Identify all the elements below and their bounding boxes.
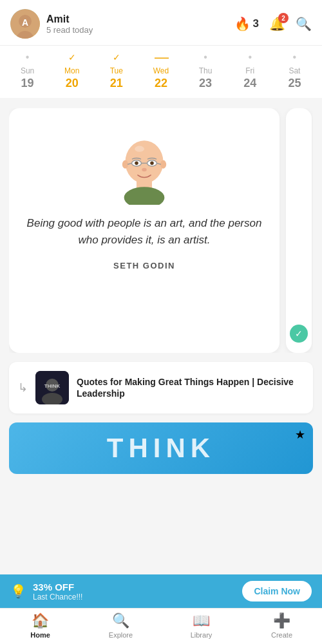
day-col-sun: •: [8, 51, 47, 64]
explore-icon: 🔍: [112, 612, 129, 629]
day-name-fri: Fri: [245, 66, 254, 75]
think-banner-text: THINK: [107, 433, 215, 464]
quote-author: SETH GODIN: [113, 261, 175, 270]
day-num-wed: 22: [155, 77, 167, 90]
streak-badge: 🔥 3: [234, 16, 259, 32]
svg-point-9: [160, 160, 166, 169]
related-book-title: Quotes for Making Great Things Happen | …: [77, 377, 294, 399]
header-actions: 🔥 3 🔔 2 🔍: [234, 16, 312, 32]
day-num-fri: 24: [243, 77, 256, 90]
day-wed[interactable]: Wed 22: [142, 66, 180, 90]
day-num-thu: 23: [199, 77, 212, 90]
user-info-section: A Amit 5 read today: [10, 9, 93, 39]
marker-thu: •: [204, 51, 207, 64]
svg-point-12: [135, 162, 138, 166]
think-star-icon: ★: [295, 428, 305, 442]
nav-library[interactable]: 📖 Library: [161, 612, 242, 639]
day-col-mon: ✓: [53, 51, 91, 64]
related-arrow-icon: ↳: [18, 381, 28, 395]
day-col-tue: ✓: [97, 51, 136, 64]
author-image: [106, 121, 183, 205]
think-banner[interactable]: THINK ★: [9, 422, 313, 474]
user-name: Amit: [46, 14, 93, 25]
related-book-info: Quotes for Making Great Things Happen | …: [77, 376, 304, 399]
svg-point-5: [124, 187, 165, 205]
day-sun[interactable]: Sun 19: [8, 66, 47, 90]
nav-home[interactable]: 🏠 Home: [0, 612, 80, 639]
user-details: Amit 5 read today: [46, 14, 93, 35]
related-book-thumbnail: THINK: [35, 371, 69, 404]
day-name-wed: Wed: [153, 66, 169, 75]
day-name-thu: Thu: [199, 66, 213, 75]
day-name-mon: Mon: [64, 66, 79, 75]
marker-mon: ✓: [68, 51, 76, 64]
svg-point-6: [125, 140, 163, 183]
calendar-days: Sun 19 Mon 20 Tue 21 Wed 22 Thu 23 Fri 2…: [0, 66, 322, 90]
marker-sat: •: [293, 51, 297, 64]
day-num-tue: 21: [110, 77, 123, 90]
day-name-sat: Sat: [289, 66, 300, 75]
library-icon: 📖: [193, 612, 210, 629]
notification-badge: 2: [278, 13, 289, 23]
promo-bar: 💡 33% OFF Last Chance!!! Claim Now: [0, 574, 322, 608]
marker-wed: —: [155, 51, 167, 64]
promo-left: 💡 33% OFF Last Chance!!!: [10, 582, 82, 601]
nav-create[interactable]: ➕ Create: [242, 612, 322, 639]
day-name-sun: Sun: [21, 66, 34, 75]
day-thu[interactable]: Thu 23: [186, 66, 225, 90]
partial-check-icon: ✓: [290, 325, 308, 343]
svg-point-7: [135, 146, 144, 152]
day-mon[interactable]: Mon 20: [53, 66, 91, 90]
day-tue[interactable]: Tue 21: [97, 66, 136, 90]
day-name-tue: Tue: [110, 66, 123, 75]
day-num-sat: 25: [288, 77, 301, 90]
svg-text:THINK: THINK: [44, 383, 61, 389]
promo-subtitle: Last Chance!!!: [33, 592, 82, 601]
calendar-strip: • ✓ ✓ — • • • Sun 19 Mon: [0, 46, 322, 98]
next-quote-card-partial[interactable]: ✓: [286, 108, 312, 353]
nav-explore-label: Explore: [109, 631, 133, 639]
day-col-sat: •: [275, 51, 314, 64]
nav-explore[interactable]: 🔍 Explore: [80, 612, 161, 639]
day-col-thu: •: [186, 51, 225, 64]
streak-count: 3: [253, 17, 259, 30]
day-col-fri: •: [231, 51, 269, 64]
nav-library-label: Library: [191, 631, 213, 639]
nav-home-label: Home: [30, 631, 50, 639]
promo-text: 33% OFF Last Chance!!!: [33, 582, 82, 601]
svg-text:A: A: [22, 17, 28, 28]
day-fri[interactable]: Fri 24: [231, 66, 269, 90]
svg-point-13: [150, 162, 154, 166]
nav-create-label: Create: [271, 631, 292, 639]
promo-title: 33% OFF: [33, 582, 82, 592]
marker-fri: •: [248, 51, 252, 64]
create-icon: ➕: [273, 612, 290, 629]
svg-point-8: [122, 160, 128, 169]
quote-text: Being good with people is an art, and th…: [24, 215, 264, 249]
bottom-nav: 🏠 Home 🔍 Explore 📖 Library ➕ Create: [0, 608, 322, 644]
fire-icon: 🔥: [234, 16, 251, 32]
home-icon: 🏠: [32, 612, 49, 629]
day-num-sun: 19: [21, 77, 34, 90]
promo-icon: 💡: [10, 583, 26, 599]
app-header: A Amit 5 read today 🔥 3 🔔 2 🔍: [0, 0, 322, 46]
notification-button[interactable]: 🔔 2: [269, 16, 285, 32]
related-book-row[interactable]: ↳ THINK Quotes for Making Great Things H…: [9, 362, 313, 413]
read-today-label: 5 read today: [46, 25, 93, 35]
quote-card[interactable]: Being good with people is an art, and th…: [9, 108, 279, 353]
svg-point-17: [142, 168, 146, 172]
avatar[interactable]: A: [10, 9, 40, 39]
day-num-mon: 20: [66, 77, 79, 90]
quote-cards-row: Being good with people is an art, and th…: [9, 108, 313, 353]
day-sat[interactable]: Sat 25: [275, 66, 314, 90]
marker-tue: ✓: [113, 51, 120, 64]
main-content: Being good with people is an art, and th…: [0, 98, 322, 484]
day-col-wed: —: [142, 51, 180, 64]
calendar-markers: • ✓ ✓ — • • •: [0, 51, 322, 64]
marker-sun: •: [26, 51, 30, 64]
search-icon[interactable]: 🔍: [296, 16, 312, 32]
claim-button[interactable]: Claim Now: [242, 581, 312, 601]
